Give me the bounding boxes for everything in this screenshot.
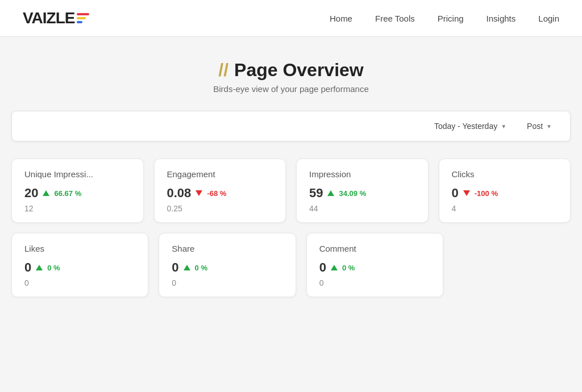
page-subtitle: Birds-eye view of your page performance: [11, 84, 571, 94]
metric-values: 0 0 %: [24, 260, 135, 275]
metric-label: Unique Impressi...: [24, 169, 131, 179]
logo: VAIZLE: [23, 9, 89, 27]
metric-label: Engagement: [167, 169, 273, 179]
type-filter-chevron: ▼: [546, 123, 552, 130]
metric-values: 0 0 %: [172, 260, 282, 275]
date-filter-chevron: ▼: [501, 123, 506, 130]
metric-label: Share: [172, 244, 282, 253]
metric-current: 0: [319, 260, 326, 275]
metric-values: 20 66.67 %: [24, 186, 131, 201]
metric-label: Likes: [24, 244, 135, 253]
trend-down-icon: [196, 190, 202, 196]
metric-current: 20: [24, 186, 38, 201]
metric-change: 0 %: [195, 264, 207, 272]
metric-change: 66.67 %: [54, 189, 81, 198]
metric-card-engagement: Engagement 0.08 -68 % 0.25: [154, 159, 286, 223]
trend-up-icon: [36, 265, 43, 270]
date-filter[interactable]: Today - Yesterday ▼: [430, 119, 511, 133]
trend-up-icon: [43, 190, 49, 196]
main-content: // Page Overview Birds-eye view of your …: [0, 37, 582, 330]
logo-line-yellow: [77, 17, 86, 19]
metric-previous: 0: [24, 278, 135, 287]
metric-previous: 0: [319, 278, 430, 287]
metric-card-comment: Comment 0 0 % 0: [306, 233, 443, 297]
main-nav: Home Free Tools Pricing Insights Login: [330, 14, 559, 23]
metric-label: Impression: [309, 169, 415, 179]
trend-up-icon: [331, 265, 338, 270]
metric-current: 0: [172, 260, 178, 275]
metric-change: 0 %: [47, 264, 60, 272]
metric-card-impression: Impression 59 34.09 % 44: [296, 159, 429, 223]
metric-change: -100 %: [475, 189, 498, 198]
trend-down-icon: [463, 190, 470, 196]
nav-login[interactable]: Login: [538, 14, 559, 23]
metric-current: 0: [452, 186, 459, 201]
date-filter-label: Today - Yesterday: [434, 122, 497, 131]
metric-values: 0 -100 %: [452, 186, 558, 201]
metrics-row-1: Unique Impressi... 20 66.67 % 12 Engagem…: [11, 159, 571, 223]
nav-free-tools[interactable]: Free Tools: [375, 14, 415, 23]
metric-previous: 12: [24, 204, 131, 213]
metric-change: -68 %: [207, 189, 226, 198]
type-filter[interactable]: Post ▼: [522, 119, 556, 133]
metric-change: 0 %: [342, 264, 355, 272]
trend-up-icon: [184, 265, 190, 270]
filter-bar: Today - Yesterday ▼ Post ▼: [11, 111, 571, 141]
trend-up-icon: [327, 190, 334, 196]
page-header: // Page Overview Birds-eye view of your …: [11, 60, 571, 94]
metrics-row-2: Likes 0 0 % 0 Share 0 0 % 0 Comment 0 0 …: [11, 233, 443, 297]
title-text: Page Overview: [234, 60, 364, 81]
nav-insights[interactable]: Insights: [487, 14, 516, 23]
page-title: // Page Overview: [11, 60, 571, 81]
nav-home[interactable]: Home: [330, 14, 352, 23]
metric-current: 59: [309, 186, 323, 201]
title-slashes: //: [218, 60, 228, 81]
metric-label: Clicks: [452, 169, 558, 179]
type-filter-label: Post: [527, 122, 543, 131]
metric-values: 59 34.09 %: [309, 186, 415, 201]
metric-previous: 0: [172, 278, 282, 287]
metric-values: 0 0 %: [319, 260, 430, 275]
metric-change: 34.09 %: [339, 189, 366, 198]
nav-pricing[interactable]: Pricing: [438, 14, 464, 23]
metric-current: 0: [24, 260, 31, 275]
logo-text: VAIZLE: [23, 9, 74, 27]
metric-previous: 44: [309, 204, 415, 213]
metric-previous: 4: [452, 204, 558, 213]
metric-card-likes: Likes 0 0 % 0: [11, 233, 148, 297]
metric-values: 0.08 -68 %: [167, 186, 273, 201]
logo-line-red: [77, 13, 89, 15]
metric-current: 0.08: [167, 186, 192, 201]
metric-card-share: Share 0 0 % 0: [159, 233, 296, 297]
logo-line-blue: [77, 21, 82, 23]
metric-card-clicks: Clicks 0 -100 % 4: [439, 159, 571, 223]
metric-card-unique-impressions: Unique Impressi... 20 66.67 % 12: [11, 159, 144, 223]
logo-icon: [77, 13, 89, 23]
metric-previous: 0.25: [167, 204, 273, 213]
site-header: VAIZLE Home Free Tools Pricing Insights …: [0, 0, 582, 37]
metric-label: Comment: [319, 244, 430, 253]
